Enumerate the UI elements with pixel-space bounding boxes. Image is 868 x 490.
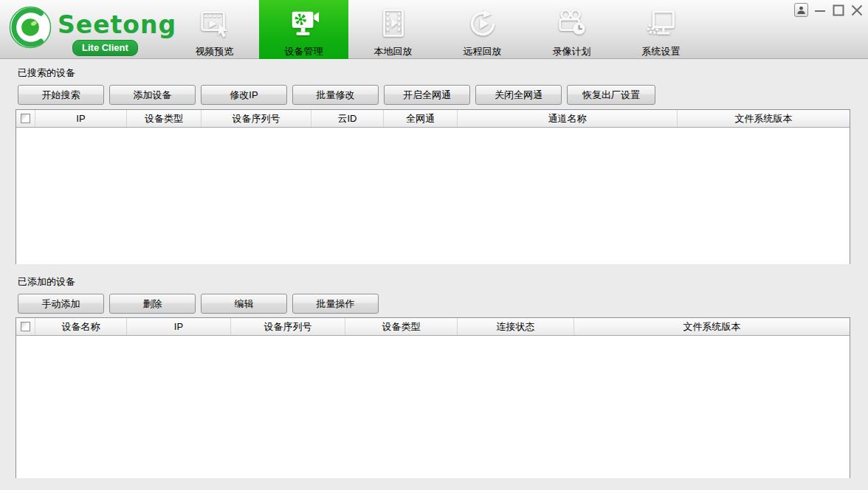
minimize-icon[interactable] bbox=[813, 3, 827, 21]
modify-ip-button[interactable]: 修改IP bbox=[201, 85, 287, 105]
record-plan-icon bbox=[554, 6, 590, 41]
added-devices-title: 已添加的设备 bbox=[18, 275, 75, 289]
select-all-checkbox[interactable] bbox=[21, 114, 30, 123]
enable-cloud-button[interactable]: 开启全网通 bbox=[384, 85, 470, 105]
batch-modify-button[interactable]: 批量修改 bbox=[292, 85, 379, 105]
seetong-logo-icon bbox=[9, 6, 52, 49]
window-controls bbox=[789, 3, 864, 21]
disable-cloud-button[interactable]: 关闭全网通 bbox=[475, 85, 562, 105]
lite-client-badge: Lite Client bbox=[72, 40, 138, 56]
select-all-checkbox-cell bbox=[16, 110, 35, 127]
remote-playback-icon bbox=[465, 6, 500, 41]
tab-label: 远程回放 bbox=[464, 45, 502, 58]
tab-record-plan[interactable]: 录像计划 bbox=[527, 0, 616, 59]
start-search-button[interactable]: 开始搜索 bbox=[18, 85, 104, 105]
column-device-type: 设备类型 bbox=[345, 318, 458, 335]
device-management-icon bbox=[286, 6, 322, 41]
video-preview-icon bbox=[197, 6, 232, 41]
maximize-icon[interactable] bbox=[832, 3, 845, 21]
tab-system-settings[interactable]: 系统设置 bbox=[616, 0, 706, 59]
system-settings-icon bbox=[644, 6, 679, 41]
column-connection-status: 连接状态 bbox=[458, 318, 574, 335]
main-nav: 视频预览 设备管理 bbox=[170, 0, 706, 59]
searched-devices-table-body bbox=[16, 128, 850, 264]
column-device-name: 设备名称 bbox=[35, 318, 127, 335]
edit-button[interactable]: 编辑 bbox=[201, 294, 287, 314]
add-device-button[interactable]: 添加设备 bbox=[109, 85, 196, 105]
seetong-lite-client-window: Seetong Lite Client 视频预览 bbox=[0, 0, 868, 490]
searched-devices-table-header: IP 设备类型 设备序列号 云ID 全网通 通道名称 文件系统版本 bbox=[16, 110, 850, 128]
searched-devices-title: 已搜索的设备 bbox=[18, 66, 75, 80]
batch-operation-button[interactable]: 批量操作 bbox=[292, 294, 379, 314]
select-all-checkbox-cell bbox=[16, 318, 35, 335]
user-account-icon[interactable] bbox=[794, 3, 808, 17]
added-devices-table-header: 设备名称 IP 设备序列号 设备类型 连接状态 文件系统版本 bbox=[16, 318, 850, 336]
column-device-serial: 设备序列号 bbox=[202, 110, 311, 127]
searched-devices-toolbar: 开始搜索 添加设备 修改IP 批量修改 开启全网通 关闭全网通 恢复出厂设置 bbox=[18, 85, 661, 105]
tab-remote-playback[interactable]: 远程回放 bbox=[438, 0, 527, 59]
searched-devices-table: IP 设备类型 设备序列号 云ID 全网通 通道名称 文件系统版本 bbox=[16, 109, 850, 264]
added-devices-table: 设备名称 IP 设备序列号 设备类型 连接状态 文件系统版本 bbox=[16, 317, 850, 478]
column-filesystem-version: 文件系统版本 bbox=[678, 110, 850, 127]
tab-label: 录像计划 bbox=[553, 45, 591, 58]
added-devices-toolbar: 手动添加 删除 编辑 批量操作 bbox=[18, 294, 384, 314]
column-cloud-enabled: 全网通 bbox=[384, 110, 458, 127]
app-logo: Seetong Lite Client bbox=[9, 6, 164, 55]
added-devices-table-body bbox=[16, 336, 850, 478]
column-cloud-id: 云ID bbox=[311, 110, 384, 127]
local-playback-icon bbox=[376, 6, 411, 41]
delete-button[interactable]: 删除 bbox=[109, 294, 196, 314]
tab-label: 设备管理 bbox=[285, 45, 323, 58]
factory-reset-button[interactable]: 恢复出厂设置 bbox=[567, 85, 655, 105]
tab-label: 系统设置 bbox=[642, 45, 681, 58]
tab-label: 本地回放 bbox=[374, 45, 413, 58]
tab-local-playback[interactable]: 本地回放 bbox=[348, 0, 438, 59]
titlebar: Seetong Lite Client 视频预览 bbox=[0, 0, 868, 59]
column-channel-name: 通道名称 bbox=[458, 110, 678, 127]
column-ip: IP bbox=[35, 110, 127, 127]
tab-video-preview[interactable]: 视频预览 bbox=[170, 0, 259, 59]
column-device-type: 设备类型 bbox=[127, 110, 202, 127]
manual-add-button[interactable]: 手动添加 bbox=[18, 294, 104, 314]
close-icon[interactable] bbox=[850, 3, 864, 21]
select-all-checkbox[interactable] bbox=[21, 322, 30, 331]
tab-device-management[interactable]: 设备管理 bbox=[259, 0, 348, 59]
column-ip: IP bbox=[127, 318, 231, 335]
tab-label: 视频预览 bbox=[196, 45, 234, 58]
brand-name: Seetong bbox=[58, 10, 176, 39]
column-device-serial: 设备序列号 bbox=[231, 318, 345, 335]
column-filesystem-version: 文件系统版本 bbox=[574, 318, 850, 335]
